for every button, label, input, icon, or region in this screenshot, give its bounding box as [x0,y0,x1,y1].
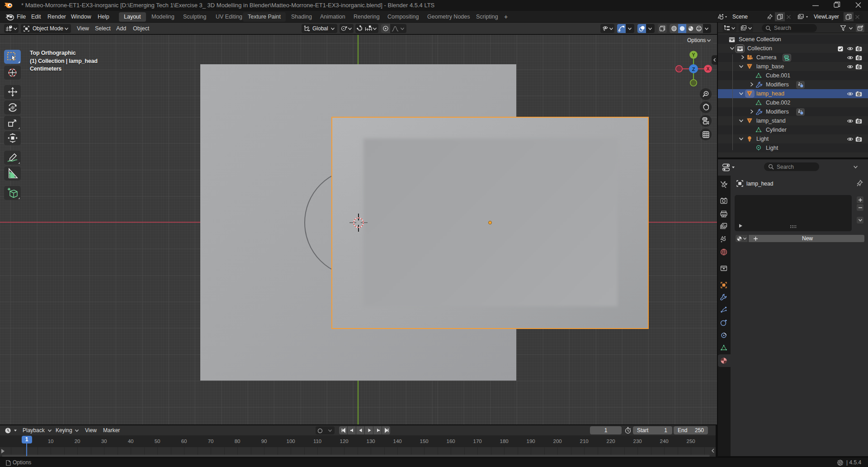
svg-text:Y: Y [692,52,695,57]
svg-text:Z: Z [692,67,695,72]
svg-text:X: X [706,66,709,71]
